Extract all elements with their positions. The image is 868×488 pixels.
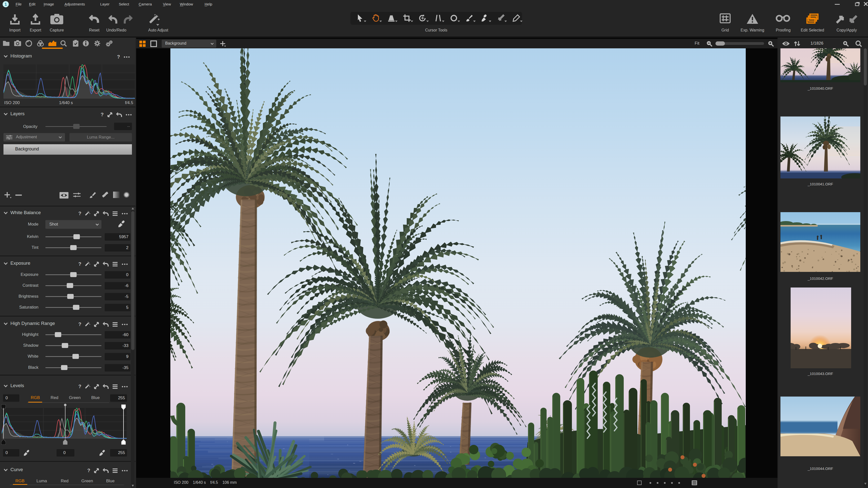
svg-text:1: 1 [4,2,7,7]
